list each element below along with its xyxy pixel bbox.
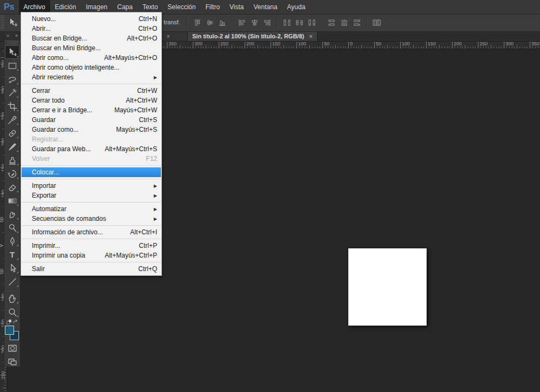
brush-tool[interactable] [5, 140, 19, 153]
menu-item-abrir-recientes[interactable]: Abrir recientes▶ [21, 72, 161, 82]
collapse-panel-icon[interactable]: » [6, 33, 9, 38]
menu-item-shortcut: Ctrl+N [139, 15, 157, 23]
crop-tool[interactable] [5, 99, 19, 113]
menu-item-label: Guardar [32, 116, 56, 124]
screen-mode[interactable] [5, 355, 19, 368]
menu-item-abrir-como[interactable]: Abrir como...Alt+Mayús+Ctrl+O [21, 53, 161, 63]
distribute-bottom-edges-icon[interactable] [306, 17, 318, 29]
menu-item-abrir[interactable]: Abrir...Ctrl+O [21, 24, 161, 33]
menu-item-cerrar[interactable]: CerrarCtrl+W [21, 86, 161, 96]
distribute-left-edges-icon[interactable] [326, 17, 338, 29]
dodge-tool[interactable] [5, 221, 19, 234]
menubar-item-seleccion[interactable]: Selección [163, 0, 200, 14]
menu-item-label: Volver [32, 155, 50, 163]
distribute-vertical-centers-icon[interactable] [293, 17, 306, 29]
ruler-label: 300 [194, 41, 202, 46]
menubar-item-vista[interactable]: Vista [225, 0, 248, 14]
menu-item-guardar[interactable]: GuardarCtrl+S [21, 115, 161, 125]
menu-item-imprimir[interactable]: Imprimir...Ctrl+P [21, 241, 161, 251]
clone-stamp-tool[interactable] [5, 153, 19, 167]
menu-item-label: Secuencias de comandos [32, 215, 106, 222]
history-brush-tool[interactable] [5, 167, 19, 180]
menu-item-label: Guardar como... [32, 126, 79, 133]
ruler-label: 300 [505, 41, 514, 46]
menu-separator [22, 165, 161, 166]
menubar-item-ventana[interactable]: Ventana [249, 0, 282, 14]
document-tab-2[interactable]: Sin título-2 al 100% (Sin título-2, RGB/… [188, 31, 318, 41]
quick-mask-mode[interactable] [5, 341, 19, 355]
menu-item-label: Buscar en Bridge... [32, 35, 87, 42]
menubar-item-ayuda[interactable]: Ayuda [282, 0, 310, 14]
ruler-label: 100 [298, 41, 306, 46]
menu-item-shortcut: Ctrl+P [139, 242, 157, 249]
tools-panel-grip[interactable] [7, 40, 17, 45]
lasso-tool[interactable] [5, 72, 19, 86]
foreground-color-swatch[interactable] [5, 326, 14, 335]
menu-item-registrar[interactable]: Registrar... [21, 134, 161, 144]
menu-item-buscar-en-mini-bridge[interactable]: Buscar en Mini Bridge... [21, 43, 161, 53]
menu-item-label: Salir [32, 265, 45, 273]
rectangular-marquee-tool[interactable] [5, 59, 19, 72]
align-top-edges-icon[interactable] [191, 17, 204, 29]
align-left-edges-icon[interactable] [236, 17, 248, 29]
menu-item-nuevo[interactable]: Nuevo...Ctrl+N [21, 14, 161, 24]
auto-align-layers-icon[interactable] [370, 17, 383, 29]
distribute-horizontal-centers-icon[interactable] [338, 17, 350, 29]
align-horizontal-centers-icon[interactable] [248, 17, 261, 29]
pen-tool[interactable] [5, 234, 19, 248]
eraser-tool[interactable] [5, 180, 19, 194]
menu-item-guardar-para-web[interactable]: Guardar para Web...Alt+Mayús+Ctrl+S [21, 144, 161, 154]
menu-item-guardar-como[interactable]: Guardar como...Mayús+Ctrl+S [21, 125, 161, 134]
show-transform-controls-label: . transf. [160, 19, 180, 25]
menu-item-label: Abrir... [32, 25, 51, 32]
submenu-arrow-icon: ▶ [154, 207, 157, 212]
healing-brush-tool[interactable] [5, 126, 19, 140]
ruler-label: 250 [480, 41, 488, 46]
align-vertical-centers-icon[interactable] [204, 17, 216, 29]
menu-item-importar[interactable]: Importar▶ [21, 181, 161, 191]
menu-item-imprimir-una-copia[interactable]: Imprimir una copiaAlt+Mayús+Ctrl+P [21, 251, 161, 260]
menu-item-colocar[interactable]: Colocar... [22, 167, 161, 177]
menu-item-cerrar-e-ir-a-bridge[interactable]: Cerrar e ir a Bridge...Mayús+Ctrl+W [21, 105, 161, 115]
menu-item-cerrar-todo[interactable]: Cerrar todoAlt+Ctrl+W [21, 96, 161, 105]
ruler-label: 50 [324, 41, 329, 46]
path-selection-tool[interactable] [5, 261, 19, 275]
align-right-edges-icon[interactable] [261, 17, 273, 29]
close-icon[interactable]: × [309, 33, 313, 39]
close-panel-icon[interactable]: × [15, 33, 18, 38]
gradient-tool[interactable] [5, 194, 19, 207]
menu-item-informacion-de-archivo[interactable]: Información de archivo...Alt+Ctrl+I [21, 227, 161, 237]
ruler-label: 200 [246, 41, 254, 46]
menu-item-volver[interactable]: VolverF12 [21, 154, 161, 164]
quick-selection-tool[interactable] [5, 86, 19, 99]
menu-item-salir[interactable]: SalirCtrl+Q [21, 264, 161, 274]
menu-item-label: Registrar... [32, 136, 63, 143]
menu-item-label: Buscar en Mini Bridge... [32, 44, 100, 52]
menu-item-abrir-como-objeto-inteligente[interactable]: Abrir como objeto inteligente... [21, 63, 161, 72]
close-icon[interactable]: × [166, 33, 170, 39]
options-bar-grip[interactable] [1, 16, 4, 30]
default-swap-colors[interactable] [4, 319, 20, 325]
distribute-top-edges-icon[interactable] [281, 17, 293, 29]
distribute-right-edges-icon[interactable] [350, 17, 363, 29]
tool-preset-move-icon[interactable] [6, 16, 19, 29]
eyedropper-tool[interactable] [5, 113, 19, 126]
menubar-item-filtro[interactable]: Filtro [200, 0, 225, 14]
menu-item-automatizar[interactable]: Automatizar▶ [21, 204, 161, 214]
move-tool[interactable] [5, 45, 19, 59]
menu-item-exportar[interactable]: Exportar▶ [21, 191, 161, 200]
menu-separator [22, 84, 161, 84]
zoom-tool[interactable] [5, 305, 19, 319]
photoshop-logo: Ps [0, 2, 19, 12]
smudge-tool[interactable] [5, 207, 19, 221]
line-tool[interactable] [5, 275, 19, 288]
type-tool[interactable]: T [5, 248, 19, 261]
hand-tool[interactable] [5, 292, 19, 305]
menu-item-shortcut: Ctrl+O [138, 25, 157, 32]
menu-item-label: Cerrar e ir a Bridge... [32, 106, 92, 114]
menu-item-secuencias-de-comandos[interactable]: Secuencias de comandos▶ [21, 214, 161, 224]
menu-item-buscar-en-bridge[interactable]: Buscar en Bridge...Alt+Ctrl+O [21, 33, 161, 43]
align-bottom-edges-icon[interactable] [216, 17, 228, 29]
ruler-label: 200 [454, 41, 462, 46]
menu-item-shortcut: Alt+Mayús+Ctrl+P [105, 252, 157, 259]
